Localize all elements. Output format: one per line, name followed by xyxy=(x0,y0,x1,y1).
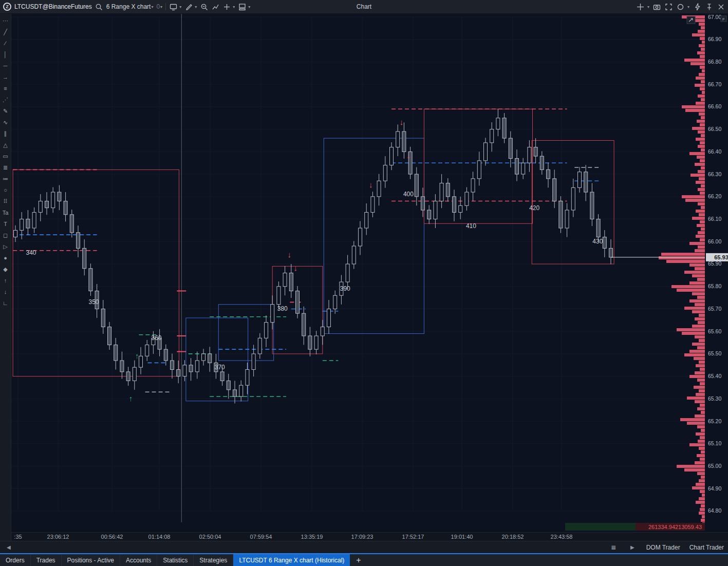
diamond-marker-icon[interactable]: ◆ xyxy=(1,263,11,275)
fullscreen-icon[interactable] xyxy=(665,2,673,12)
indicators-icon[interactable] xyxy=(211,2,219,12)
dot-marker-icon[interactable]: ● xyxy=(1,252,11,263)
chevron-down-icon[interactable]: ▾ xyxy=(179,5,181,9)
arrow-line-icon[interactable]: → xyxy=(1,71,11,83)
candle xyxy=(271,305,274,323)
price-axis-label: 66.40 xyxy=(708,148,721,155)
chart-type-selector[interactable]: 6 Range X chart ▾ xyxy=(106,3,154,10)
tab-positions-active[interactable]: Positions - Active xyxy=(62,554,120,566)
tab-active-chart[interactable]: LTCUSDT 6 Range X chart (Historical) xyxy=(233,554,350,566)
trend-line-icon[interactable]: ╱ xyxy=(1,26,11,37)
drawing-toolbar: ⋯╱∕│─→≡⋰✎∿∥△▭≣≔○⠿TaT◻▷●◆↑↓∟ xyxy=(0,14,11,541)
price-axis-label: 64.90 xyxy=(708,485,721,492)
sell-signal-arrow: ↓ xyxy=(369,180,373,189)
time-label: 07:59:54 xyxy=(250,534,272,540)
ray-line-icon[interactable]: ∕ xyxy=(1,37,11,49)
candle xyxy=(515,158,519,174)
dot-grid-icon[interactable]: ⠿ xyxy=(1,196,11,207)
candle xyxy=(390,147,394,165)
time-label: 13:35:19 xyxy=(301,534,323,540)
zoom-icon[interactable] xyxy=(200,2,208,12)
hotkey-lightning-icon[interactable] xyxy=(693,2,701,12)
chevron-down-icon[interactable]: ▾ xyxy=(248,5,250,9)
data-series-icon[interactable] xyxy=(169,2,177,12)
arrow-down-marker-icon[interactable]: ↓ xyxy=(1,286,11,297)
chevron-down-icon[interactable]: ▾ xyxy=(233,5,235,9)
scroll-right-icon[interactable]: ▶ xyxy=(630,544,634,550)
price-axis-label: 67.00 xyxy=(708,14,721,20)
triangle-tool-icon[interactable]: △ xyxy=(1,139,11,150)
axis-settings-label: F xyxy=(722,17,725,22)
close-icon[interactable] xyxy=(717,2,725,12)
candle xyxy=(578,172,582,188)
sell-signal-arrow: ↓ xyxy=(287,250,291,259)
candle xyxy=(114,345,118,361)
rectangle-tool-icon[interactable]: ▭ xyxy=(1,150,11,162)
candle xyxy=(139,356,143,367)
horizontal-line-icon[interactable]: ─ xyxy=(1,60,11,71)
session-break-line xyxy=(177,14,186,522)
tab-strategies[interactable]: Strategies xyxy=(194,554,233,566)
chart-status-bar: ◀ ▦ ▶ DOM Trader Chart Trader xyxy=(0,541,728,553)
candle xyxy=(265,323,268,338)
tab-statistics[interactable]: Statistics xyxy=(157,554,194,566)
shape-circle-icon[interactable] xyxy=(677,2,685,12)
candle xyxy=(296,291,300,313)
chart-canvas[interactable]: ↓↓↓↓↓↑↑340350360370380390400410420430261… xyxy=(11,14,728,532)
candle xyxy=(459,205,462,212)
grid-view-icon[interactable]: ▦ xyxy=(611,544,615,550)
add-tab-button[interactable]: + xyxy=(350,554,367,566)
text-tool-icon[interactable]: T xyxy=(1,218,11,230)
price-axis-label: 66.50 xyxy=(708,126,721,132)
candle xyxy=(509,138,512,158)
bars-back-value: 0 xyxy=(156,3,160,10)
note-tool-icon[interactable]: ◻ xyxy=(1,230,11,241)
candle xyxy=(177,370,180,376)
tab-accounts[interactable]: Accounts xyxy=(120,554,157,566)
panels-icon[interactable] xyxy=(238,2,246,12)
chart-trader-toggle[interactable]: Chart Trader xyxy=(689,544,724,551)
drag-handle-icon[interactable]: ⋯ xyxy=(1,15,11,26)
candle xyxy=(446,183,450,197)
candle xyxy=(302,313,306,336)
chevron-down-icon[interactable]: ▾ xyxy=(687,5,689,9)
chevron-down-icon[interactable]: ▾ xyxy=(647,5,649,9)
time-label: :35 xyxy=(14,534,22,540)
bar-number-label: 390 xyxy=(340,285,350,292)
session-volume-bar: 261334.94213059.43 xyxy=(565,523,705,531)
pin-icon[interactable] xyxy=(705,2,713,12)
bar-number-label: 340 xyxy=(26,249,36,256)
add-object-icon[interactable] xyxy=(222,2,231,12)
red-zone-box[interactable] xyxy=(13,169,179,376)
parallel-channel-icon[interactable]: ∥ xyxy=(1,128,11,139)
candle xyxy=(415,174,418,197)
tab-orders[interactable]: Orders xyxy=(0,554,31,566)
vertical-line-icon[interactable]: │ xyxy=(1,49,11,60)
drawing-tool-icon[interactable] xyxy=(184,2,193,12)
chevron-down-icon[interactable]: ▾ xyxy=(195,5,197,9)
price-axis-label: 65.00 xyxy=(708,463,721,469)
wave-tool-icon[interactable]: ∿ xyxy=(1,117,11,128)
time-label: 23:43:58 xyxy=(551,534,573,540)
dotted-trend-icon[interactable]: ⋰ xyxy=(1,94,11,105)
dom-trader-toggle[interactable]: DOM Trader xyxy=(646,544,680,551)
tab-trades[interactable]: Trades xyxy=(31,554,62,566)
search-icon[interactable] xyxy=(95,2,103,12)
arrow-up-marker-icon[interactable]: ↑ xyxy=(1,275,11,286)
time-axis[interactable]: :3523:06:1200:56:4201:14:0802:50:0407:59… xyxy=(11,532,728,541)
candle xyxy=(596,219,600,237)
freehand-pencil-icon[interactable]: ✎ xyxy=(1,105,11,117)
fib-extension-icon[interactable]: ≔ xyxy=(1,173,11,184)
ruler-tool-icon[interactable]: ∟ xyxy=(1,297,11,309)
crosshair-icon[interactable] xyxy=(637,2,645,12)
scroll-left-icon[interactable]: ◀ xyxy=(7,544,11,550)
screenshot-icon[interactable] xyxy=(653,2,661,12)
sell-signal-arrow: ↓ xyxy=(294,263,298,272)
fib-retracement-icon[interactable]: ≣ xyxy=(1,162,11,173)
text-style-icon[interactable]: Ta xyxy=(1,207,11,218)
bars-back-selector[interactable]: 0 ▾ xyxy=(156,3,162,10)
ellipse-tool-icon[interactable]: ○ xyxy=(1,184,11,196)
callout-tool-icon[interactable]: ▷ xyxy=(1,241,11,252)
blue-zone-box[interactable] xyxy=(186,318,248,401)
horizontal-rays-icon[interactable]: ≡ xyxy=(1,83,11,94)
